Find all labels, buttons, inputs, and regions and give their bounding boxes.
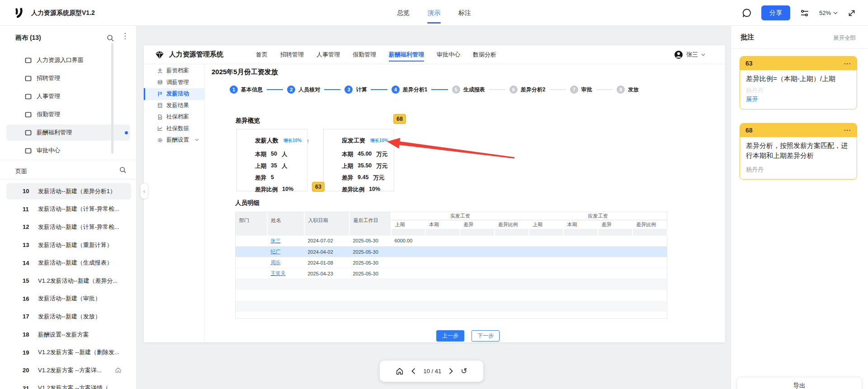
employee-link[interactable]: 纪广 [271,249,281,254]
page-item[interactable]: 11 发薪活动--新建（计算-异常检... [0,200,137,218]
step-staff-check[interactable]: 2人员核对 [287,85,320,94]
payroll-page-title: 2025年5月份工资发放 [212,68,278,76]
menu-label: 发薪结果 [166,102,189,109]
chevron-left-icon[interactable] [411,368,415,375]
menu-payroll-activity-active[interactable]: 发薪活动 [144,88,204,100]
settings-sliders-icon[interactable] [800,8,810,18]
nav-home[interactable]: 首页 [256,45,268,64]
more-icon[interactable]: ··· [844,60,851,67]
canvas-item[interactable]: 假勤管理 [0,105,137,123]
menu-salary-adjust[interactable]: 调薪管理 [144,77,204,89]
sidebar-collapse-handle[interactable]: ‹ [140,183,148,199]
pages-title: 页面 [15,167,27,176]
zoom-control[interactable]: 52% [819,9,838,16]
menu-salary-files[interactable]: 薪资档案 [144,65,204,77]
tab-annotate[interactable]: 标注 [458,0,471,26]
page-number: 16 [23,295,38,302]
comment-text: 差异分析，按照发薪方案匹配，进行本期和上期差异分析 [746,141,851,161]
nav-payroll-active[interactable]: 薪酬福利管理 [389,45,424,64]
table-row[interactable]: 张三 2024-07-02 2025-05-30 6000.00 [236,236,667,247]
arrow-up-icon: ↑ [307,138,310,144]
menu-insurance-files[interactable]: 社保档案 [144,111,204,123]
expand-all-link[interactable]: 展开全部 [833,34,856,42]
employee-link[interactable]: 张三 [271,238,281,243]
page-item[interactable]: 21 V1.2发薪方案 --方案详情（ [0,380,137,389]
step-generate-report[interactable]: 5生成报表 [452,85,485,94]
menu-salary-settings[interactable]: 薪酬设置 [144,134,204,146]
step-connector [431,89,448,90]
canvas-item-label: 人事管理 [37,92,60,100]
arrow-up-icon: ↑ [393,138,396,144]
comment-marker-63[interactable]: 63 [312,182,325,192]
comment-marker-68[interactable]: 68 [393,114,406,124]
home-icon[interactable] [396,367,404,375]
menu-payroll-result[interactable]: 发薪结果 [144,100,204,112]
export-button[interactable]: 导出 [736,377,862,389]
next-step-button[interactable]: 下一步 [472,330,500,342]
comment-card-68[interactable]: 68 ··· 差异分析，按照发薪方案匹配，进行本期和上期差异分析 杨丹丹 [740,123,857,180]
employee-link[interactable]: 王笑天 [271,270,286,276]
step-basic-info[interactable]: 1基本信息 [230,85,263,94]
col-name: 姓名 [267,212,304,229]
table-row-selected[interactable]: 纪广 2024-04-02 2025-05-30 [236,247,667,257]
more-icon[interactable]: ··· [844,127,851,133]
page-item[interactable]: 17 发薪活动--新建（发放） [0,308,137,326]
prev-step-button[interactable]: 上一步 [436,330,464,342]
canvas-item[interactable]: 人力资源入口界面 [0,51,137,69]
step-calculate[interactable]: 3计算 [344,85,367,94]
comment-icon[interactable] [742,8,752,18]
fullscreen-icon[interactable] [847,9,856,18]
nav-analytics[interactable]: 数据分析 [473,45,496,64]
page-item[interactable]: 20 V1.2发薪方案 --方案详... [0,361,137,380]
step-diff-analysis-1[interactable]: 4差异分析1 [392,85,428,94]
nav-recruit[interactable]: 招聘管理 [280,45,304,64]
tab-overview[interactable]: 总览 [397,0,410,26]
step-diff-analysis-2[interactable]: 6差异分析2 [509,85,546,94]
menu-label: 薪酬设置 [166,136,189,144]
nav-hr[interactable]: 人事管理 [316,45,340,64]
canvas-item[interactable]: 人事管理 [0,87,137,105]
page-item[interactable]: 14 发薪活动--新建（生成报表） [0,254,137,272]
canvas-item-selected[interactable]: 薪酬福利管理 [0,123,137,142]
page-item[interactable]: 19 V1.2发薪方案 --新建（删除发... [0,343,137,361]
share-button[interactable]: 分享 [761,5,790,20]
sidebar-scrollbar[interactable] [111,43,113,154]
nav-attendance[interactable]: 假勤管理 [353,45,376,64]
search-icon[interactable] [119,166,127,174]
restart-icon[interactable]: ↺ [461,367,467,375]
page-number: 17 [23,313,38,320]
tab-present[interactable]: 演示 [428,0,440,26]
canvas-item[interactable]: 审批中心 [0,142,137,160]
page-item[interactable]: 16 发薪活动--新建（审批） [0,290,137,308]
prototype-screen: 人力资源管理系统 首页 招聘管理 人事管理 假勤管理 薪酬福利管理 审批中心 数… [144,45,725,342]
menu-label: 发薪活动 [166,90,189,98]
page-number: 18 [23,331,38,338]
chevron-right-icon[interactable] [449,368,453,375]
step-pay[interactable]: 8发放 [617,85,639,94]
search-icon[interactable] [107,34,114,42]
canvas-item[interactable]: 招聘管理 [0,69,137,87]
step-approve[interactable]: 7审批 [570,85,592,94]
comment-id: 68 [745,127,753,134]
employee-link[interactable]: 周乐 [271,260,281,265]
frame-icon [25,111,32,118]
user-menu[interactable]: 张三 [674,50,705,59]
page-item[interactable]: 13 发薪活动--新建（重新计算） [0,236,137,254]
page-item[interactable]: 15 V1.2发薪活动--新建（差异分... [0,272,137,290]
expand-link[interactable]: 展开 [746,95,851,104]
nav-approval[interactable]: 审批中心 [437,45,460,64]
page-item[interactable]: 18 薪酬设置--发薪方案 [0,326,137,344]
page-item-current[interactable]: 10 发薪活动--新建（差异分析1） [0,182,137,200]
menu-label: 薪资档案 [166,67,189,75]
menu-insurance-data[interactable]: 社保数据 [144,123,204,135]
table-row[interactable]: 周乐 2024-01-08 2025-05-30 [236,257,667,268]
group-gross-pay: 应发工资 [529,212,667,220]
col-diff: 差异 [460,220,494,229]
prototype-brand-label: 人力资源管理系统 [169,50,223,59]
table-row-empty [236,290,667,301]
table-row[interactable]: 王笑天 2025-04-23 2025-05-30 [236,268,667,279]
prototype-brand: 人力资源管理系统 [155,50,223,60]
comment-card-63[interactable]: 63 ··· 差异比例=（本期-上期）/上期 杨丹丹 展开 [740,56,857,109]
more-icon[interactable]: ⋮ [121,32,129,40]
page-item[interactable]: 12 发薪活动--新建（计算-异常检... [0,218,137,236]
